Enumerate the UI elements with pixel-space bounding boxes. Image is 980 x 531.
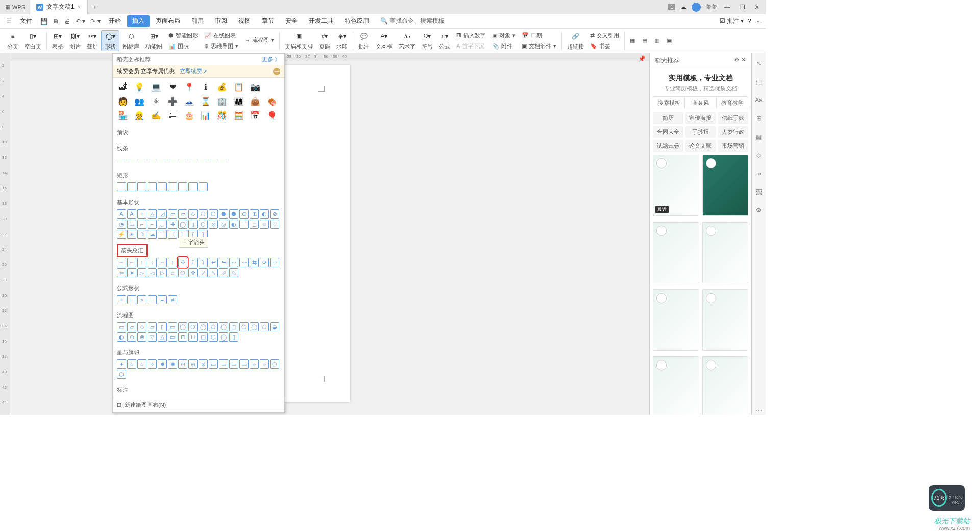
icon-item[interactable]: ❤ bbox=[166, 81, 179, 93]
shape-basic[interactable]: ◐ bbox=[260, 209, 269, 219]
rt-more-icon[interactable]: ⋯ bbox=[754, 405, 764, 415]
more-link[interactable]: 更多 》 bbox=[262, 56, 280, 63]
shape-arrow[interactable]: ✜ bbox=[188, 268, 198, 277]
shape-basic[interactable]: ◐ bbox=[229, 220, 238, 229]
notif-badge[interactable]: 1 bbox=[668, 4, 675, 10]
rt-settings-icon[interactable]: ⚙ bbox=[754, 205, 764, 215]
template-thumb[interactable] bbox=[702, 155, 749, 216]
bookmark-button[interactable]: 🔖 书签 bbox=[587, 41, 622, 51]
icon-item[interactable]: 👷 bbox=[133, 109, 145, 122]
icon-item[interactable]: 🎂 bbox=[183, 109, 195, 122]
shape-basic[interactable]: A bbox=[127, 209, 136, 219]
wordart-button[interactable]: 𝐀▾艺术字 bbox=[396, 31, 419, 51]
shape-flow[interactable]: ▢ bbox=[229, 322, 238, 331]
icon-item[interactable]: ➕ bbox=[166, 95, 179, 107]
shape-arrow[interactable]: ⤵ bbox=[199, 258, 208, 267]
doc-tab[interactable]: W 文字文稿1 × bbox=[30, 0, 88, 14]
rt-shape-icon[interactable]: ◇ bbox=[754, 150, 764, 160]
shape-line[interactable] bbox=[117, 155, 126, 164]
hamburger-icon[interactable]: ☰ bbox=[4, 18, 14, 25]
shape-flow[interactable]: ▢ bbox=[199, 332, 208, 342]
menu-insert[interactable]: 插入 bbox=[127, 15, 150, 27]
shape-basic[interactable]: ▭ bbox=[127, 220, 136, 229]
date-button[interactable]: 📅 日期 bbox=[519, 31, 559, 40]
shape-rect[interactable] bbox=[137, 182, 146, 191]
icon-item[interactable]: ⚛ bbox=[150, 95, 162, 107]
shape-flow[interactable]: ◯ bbox=[219, 322, 228, 331]
shape-star[interactable]: ▭ bbox=[229, 359, 238, 369]
shape-formula[interactable]: ≠ bbox=[168, 295, 177, 304]
shape-arrow[interactable]: ← bbox=[127, 258, 136, 267]
insert-number-button[interactable]: ⚅ 插入数字 bbox=[453, 31, 489, 40]
shape-basic[interactable]: ◎ bbox=[219, 220, 228, 229]
shape-basic[interactable]: ♡ bbox=[270, 220, 279, 229]
icon-item[interactable]: 🏷 bbox=[166, 109, 179, 122]
avatar[interactable] bbox=[692, 3, 701, 12]
icon-item[interactable]: 💰 bbox=[216, 81, 228, 93]
shape-basic[interactable]: ⌐ bbox=[148, 220, 157, 229]
shape-line[interactable] bbox=[188, 155, 198, 164]
shape-star[interactable]: ⊙ bbox=[178, 359, 187, 369]
shape-formula[interactable]: − bbox=[127, 295, 136, 304]
menu-devtools[interactable]: 开发工具 bbox=[304, 15, 338, 27]
shape-arrow[interactable]: ⬁ bbox=[229, 268, 238, 277]
icon-item[interactable]: 🍖 bbox=[266, 95, 278, 107]
shape-flow[interactable]: ⊗ bbox=[137, 332, 146, 342]
shape-star[interactable]: ▭ bbox=[219, 359, 228, 369]
shape-basic[interactable]: ⊕ bbox=[250, 209, 259, 219]
panel-tab[interactable]: 商务风 bbox=[685, 97, 717, 109]
shape-flow[interactable]: ◯ bbox=[199, 322, 208, 331]
icon-item[interactable]: 🎊 bbox=[216, 109, 228, 122]
shape-arrow[interactable]: ⬀ bbox=[219, 268, 228, 277]
shape-basic[interactable]: 〔 bbox=[168, 230, 177, 239]
shape-line[interactable] bbox=[158, 155, 167, 164]
shape-star[interactable]: ⬠ bbox=[270, 359, 279, 369]
shape-basic[interactable]: ◔ bbox=[117, 220, 126, 229]
shape-arrow[interactable]: ▻ bbox=[137, 268, 146, 277]
print-preview-icon[interactable]: 🗎 bbox=[51, 18, 61, 25]
shape-rect[interactable] bbox=[188, 182, 198, 191]
icon-item[interactable]: ⌛ bbox=[200, 95, 212, 107]
shape-flow[interactable]: ▯ bbox=[229, 332, 238, 342]
menu-layout[interactable]: 页面布局 bbox=[151, 15, 185, 27]
shape-arrow[interactable]: ⤢ bbox=[199, 268, 208, 277]
icon-item[interactable]: 🧮 bbox=[233, 109, 245, 122]
menu-review[interactable]: 审阅 bbox=[210, 15, 232, 27]
help-icon[interactable]: ? bbox=[748, 18, 751, 25]
icon-item[interactable]: 🏪 bbox=[117, 109, 129, 122]
shape-rect[interactable] bbox=[178, 182, 187, 191]
doc-parts-button[interactable]: ▣ 文档部件 ▾ bbox=[519, 41, 559, 51]
menu-security[interactable]: 安全 bbox=[280, 15, 303, 27]
shape-arrow[interactable]: ⤴ bbox=[188, 258, 198, 267]
document-area[interactable]: 68 1012 1416 1820 2224 2628 3032 3436 38… bbox=[10, 53, 649, 415]
cat-item[interactable]: 信纸手账 bbox=[718, 112, 748, 124]
approve-button[interactable]: ☑ 批注 ▾ bbox=[720, 17, 744, 26]
shape-basic[interactable]: ☀ bbox=[127, 230, 136, 239]
shape-formula[interactable]: ÷ bbox=[148, 295, 157, 304]
icon-item[interactable]: 📊 bbox=[200, 109, 212, 122]
shape-rect[interactable] bbox=[148, 182, 157, 191]
icon-item[interactable]: 💡 bbox=[133, 81, 145, 93]
shape-star[interactable]: ⟐ bbox=[260, 359, 269, 369]
shape-basic[interactable]: ⬣ bbox=[219, 209, 228, 219]
cat-item[interactable]: 合同大全 bbox=[653, 126, 683, 138]
view-mode-1[interactable]: ▦ bbox=[627, 36, 638, 45]
template-thumb[interactable] bbox=[653, 356, 699, 415]
shape-basic[interactable]: ▱ bbox=[168, 209, 177, 219]
template-thumb[interactable] bbox=[702, 289, 749, 351]
shape-basic[interactable]: ☺ bbox=[260, 220, 269, 229]
shape-flow[interactable]: ⬠ bbox=[209, 322, 218, 331]
new-canvas-button[interactable]: ⊞ 新建绘图画布(N) bbox=[113, 398, 284, 412]
icon-item[interactable]: 🏕 bbox=[117, 81, 129, 93]
cat-item[interactable]: 市场营销 bbox=[718, 140, 748, 152]
rt-style-icon[interactable]: Aa bbox=[754, 95, 764, 105]
shapes-button[interactable]: ◯▾形状 bbox=[101, 30, 119, 51]
shape-cross-arrow[interactable]: ✢ bbox=[178, 258, 187, 267]
shape-basic[interactable]: ⊘ bbox=[270, 209, 279, 219]
shape-formula[interactable]: = bbox=[158, 295, 167, 304]
icon-item[interactable]: 🎈 bbox=[266, 109, 278, 122]
attachment-button[interactable]: 📎 附件 bbox=[489, 41, 519, 51]
shape-rect[interactable] bbox=[158, 182, 167, 191]
shape-star[interactable]: ▭ bbox=[239, 359, 249, 369]
shape-basic[interactable]: ☽ bbox=[137, 230, 146, 239]
